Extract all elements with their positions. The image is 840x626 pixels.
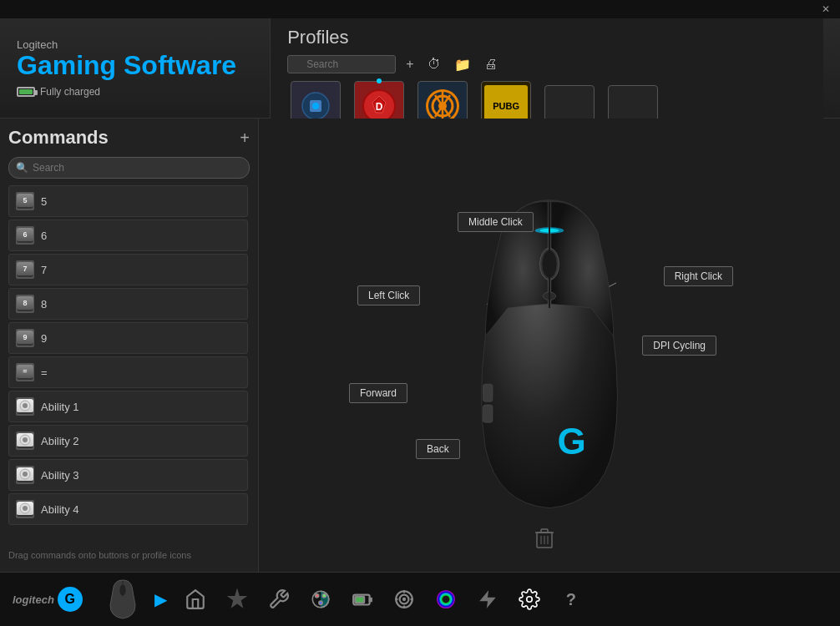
command-icon-ability1 xyxy=(16,397,34,416)
commands-search-icon: 🔍 xyxy=(16,162,28,174)
svg-point-2 xyxy=(312,103,319,109)
folder-button[interactable]: 📁 xyxy=(451,55,474,74)
gear-icon-button[interactable] xyxy=(512,582,547,617)
lightning-icon-button[interactable] xyxy=(470,582,505,617)
svg-rect-25 xyxy=(483,405,493,422)
profiles-section: Profiles 🔍 + ⏱ 📁 🖨 xyxy=(270,18,823,119)
home-icon-button[interactable] xyxy=(178,582,213,617)
command-icon-key5: 5 xyxy=(16,192,34,210)
header: Logitech Gaming Software Fully charged P… xyxy=(0,18,840,119)
command-icon-key6: 6 xyxy=(16,226,34,245)
overwatch-icon-inner xyxy=(426,89,459,123)
command-item-ability2[interactable]: Ability 2 xyxy=(8,425,248,457)
battery-section: Fully charged xyxy=(17,86,236,98)
profiles-search-input[interactable] xyxy=(287,55,396,73)
commands-search-wrapper: 🔍 xyxy=(8,157,250,179)
command-icon-keyeq: = xyxy=(16,363,34,381)
help-icon-button[interactable]: ? xyxy=(554,582,589,617)
command-label-ability3: Ability 3 xyxy=(41,469,79,482)
mouse-display: G Middle Click Right Click Left Click DP… xyxy=(259,119,840,572)
command-icon-key8: 8 xyxy=(16,295,34,313)
key-icon-ability1 xyxy=(17,399,33,414)
svg-point-18 xyxy=(23,472,28,477)
command-item-ability1[interactable]: Ability 1 xyxy=(8,391,248,422)
forward-label[interactable]: Forward xyxy=(349,383,407,403)
svg-point-41 xyxy=(322,594,326,598)
print-button[interactable]: 🖨 xyxy=(481,55,501,73)
key-icon-key8: 8 xyxy=(17,296,33,311)
dota2-icon-inner: D xyxy=(362,89,396,123)
bottom-bar: logitech G ▶ xyxy=(0,572,840,626)
battery-icon xyxy=(17,87,35,97)
sparkle-icon-button[interactable] xyxy=(220,582,255,617)
svg-point-20 xyxy=(23,506,28,511)
svg-rect-24 xyxy=(483,384,493,401)
svg-text:G: G xyxy=(558,420,586,461)
command-item-key5[interactable]: 55 xyxy=(8,185,248,217)
key-icon-key6: 6 xyxy=(17,228,33,243)
svg-point-53 xyxy=(443,596,450,603)
command-item-key8[interactable]: 88 xyxy=(8,288,248,320)
battery-icon-button[interactable] xyxy=(345,582,380,617)
command-label-ability4: Ability 4 xyxy=(41,503,79,516)
svg-point-16 xyxy=(23,437,28,442)
commands-sidebar: Commands + 🔍 5566778899==Ability 1Abilit… xyxy=(0,119,259,572)
middle-click-label[interactable]: Middle Click xyxy=(458,212,534,232)
svg-rect-33 xyxy=(541,529,548,533)
close-button[interactable]: ✕ xyxy=(817,3,835,15)
command-item-keyeq[interactable]: == xyxy=(8,356,248,388)
command-icon-ability2 xyxy=(16,432,34,450)
target-icon-button[interactable] xyxy=(387,582,422,617)
key-icon-key7: 7 xyxy=(17,262,33,277)
default-icon-inner xyxy=(299,89,332,123)
trash-button[interactable] xyxy=(534,527,554,555)
command-label-key6: 6 xyxy=(41,230,47,242)
main-content: Commands + 🔍 5566778899==Ability 1Abilit… xyxy=(0,119,840,572)
wrench-icon-button[interactable] xyxy=(261,582,296,617)
command-label-ability2: Ability 2 xyxy=(41,435,79,447)
command-label-ability1: Ability 1 xyxy=(41,401,79,413)
command-item-key6[interactable]: 66 xyxy=(8,220,248,251)
back-label[interactable]: Back xyxy=(416,439,460,459)
key-icon-ability3 xyxy=(17,467,33,482)
spectrum-icon-button[interactable] xyxy=(428,582,463,617)
commands-header: Commands + xyxy=(8,127,250,149)
app-title: Gaming Software xyxy=(17,51,236,80)
key-icon-keyeq: = xyxy=(17,365,33,380)
svg-text:D: D xyxy=(376,101,383,113)
svg-point-40 xyxy=(315,594,318,598)
right-click-label[interactable]: Right Click xyxy=(664,266,733,286)
command-icon-ability3 xyxy=(16,466,34,484)
key-icon-key9: 9 xyxy=(17,331,33,346)
command-icon-ability4 xyxy=(16,500,34,518)
dpi-cycling-label[interactable]: DPI Cycling xyxy=(642,336,716,356)
color-icon-button[interactable] xyxy=(303,582,338,617)
mouse-container: G Middle Click Right Click Left Click DP… xyxy=(341,137,758,554)
device-thumbnail[interactable] xyxy=(102,581,144,618)
add-profile-button[interactable]: + xyxy=(402,55,417,73)
command-item-key7[interactable]: 77 xyxy=(8,254,248,285)
history-button[interactable]: ⏱ xyxy=(424,55,444,73)
command-item-ability4[interactable]: Ability 4 xyxy=(8,493,248,525)
command-label-key8: 8 xyxy=(41,298,47,310)
svg-point-14 xyxy=(23,403,28,408)
command-label-key9: 9 xyxy=(41,332,47,345)
command-item-key9[interactable]: 99 xyxy=(8,322,248,354)
battery-status: Fully charged xyxy=(40,86,100,98)
command-label-key7: 7 xyxy=(41,264,47,276)
logitech-logo: logitech G xyxy=(13,587,83,612)
svg-point-54 xyxy=(527,597,533,603)
command-label-key5: 5 xyxy=(41,195,47,208)
key-icon-ability4 xyxy=(17,502,33,517)
key-icon-ability2 xyxy=(17,433,33,448)
commands-search-input[interactable] xyxy=(8,157,250,179)
command-icon-key7: 7 xyxy=(16,260,34,279)
next-arrow[interactable]: ▶ xyxy=(150,589,171,609)
command-item-ability3[interactable]: Ability 3 xyxy=(8,459,248,491)
mouse-body-svg: G xyxy=(453,189,645,514)
profiles-search-wrapper: 🔍 xyxy=(287,55,396,73)
add-command-button[interactable]: + xyxy=(240,129,250,148)
commands-title: Commands xyxy=(8,127,109,149)
left-click-label[interactable]: Left Click xyxy=(357,285,420,305)
active-dot xyxy=(377,78,382,83)
